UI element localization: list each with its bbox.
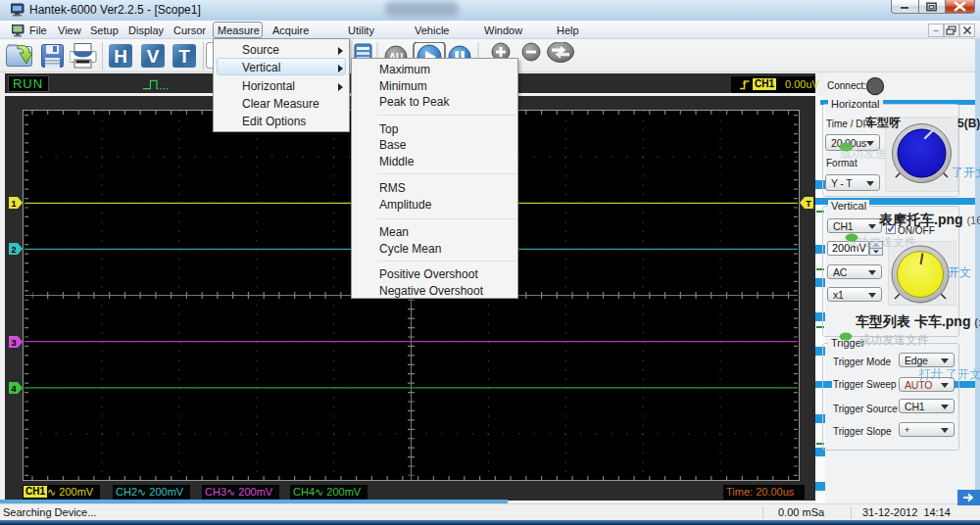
svg-text:2: 2 xyxy=(11,245,16,255)
svg-text:4: 4 xyxy=(11,384,16,394)
svg-text:V: V xyxy=(147,46,160,67)
svg-text:1: 1 xyxy=(11,199,16,209)
svg-text:T: T xyxy=(806,199,811,209)
svg-text:3: 3 xyxy=(11,338,16,348)
svg-text:T: T xyxy=(178,46,190,67)
svg-text:H: H xyxy=(114,46,127,67)
